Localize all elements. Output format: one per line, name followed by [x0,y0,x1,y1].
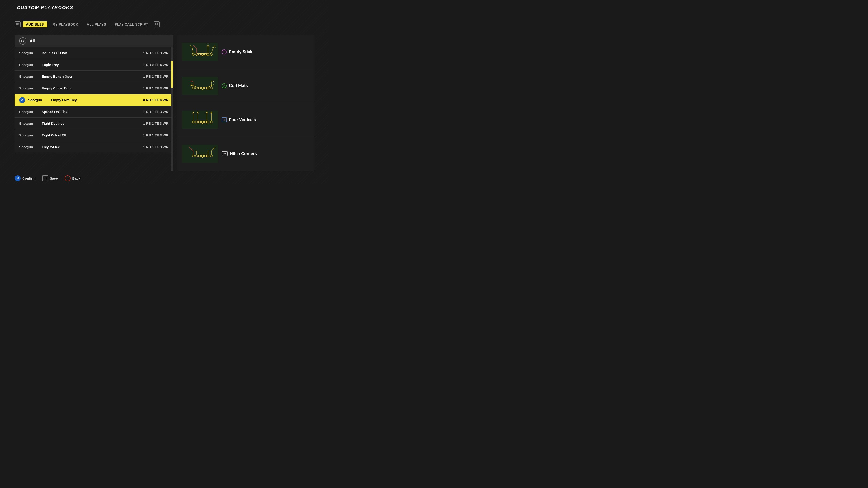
diagram-visual-four-verticals [182,111,218,129]
table-row-selected[interactable]: Shotgun Empty Flex Trey 0 RB 1 TE 4 WR [15,94,173,106]
table-row[interactable]: Shotgun Trey Y-Flex 1 RB 1 TE 3 WR [15,141,173,153]
list-header: L2 All [15,35,173,47]
diagram-card-four-verticals[interactable]: □ Four Verticals [178,103,314,137]
formation-label: Shotgun [19,110,42,113]
table-row[interactable]: Shotgun Tight Offset TE 1 RB 1 TE 3 WR [15,129,173,141]
formation-label: Shotgun [28,98,51,102]
play-config-label: 1 RB 0 TE 4 WR [143,63,168,67]
nav-left-icon: U1 [15,22,21,27]
x-button-icon: ✕ [15,175,21,181]
formation-label: Shotgun [19,145,42,149]
table-row[interactable]: Shotgun Tight Doubles 1 RB 1 TE 3 WR [15,118,173,129]
diagram-label-group: △ Curl Flats [222,84,248,88]
scrollbar-thumb [171,61,173,88]
play-config-label: 1 RB 1 TE 3 WR [143,133,168,137]
formation-label: Shotgun [19,86,42,90]
svg-rect-0 [182,43,218,61]
main-content: L2 All Shotgun Doubles HB Wk 1 RB 1 TE 3… [15,35,314,171]
x-icon [19,97,25,103]
formation-label: Shotgun [19,63,42,67]
play-name-label: Empty Flex Trey [51,98,143,102]
table-row[interactable]: Shotgun Empty Chips Tight 1 RB 1 TE 3 WR [15,83,173,94]
diagram-label-group: R1 Hitch Corners [222,151,257,156]
svg-rect-27 [182,111,218,129]
table-row[interactable]: Shotgun Doubles HB Wk 1 RB 1 TE 3 WR [15,47,173,59]
play-name-label: Spread Dbl Flex [42,110,143,113]
scrollbar[interactable] [171,47,173,171]
table-row[interactable]: Shotgun Eagle Trey 1 RB 0 TE 4 WR [15,59,173,71]
diagram-visual-empty-stick [182,43,218,61]
formation-label: Shotgun [19,122,42,125]
page-title: CUSTOM PLAYBOOKS [17,5,73,10]
table-row[interactable]: Shotgun Empty Bunch Open 1 RB 1 TE 3 WR [15,71,173,83]
play-name-label: Empty Bunch Open [42,74,143,78]
diagram-play-name: Four Verticals [229,118,256,122]
svg-point-8 [202,55,203,56]
svg-rect-40 [182,144,218,163]
svg-point-48 [202,157,203,158]
footer: ✕ Confirm ☰ Save ○ Back [15,175,80,181]
diagram-label-group: ○ Empty Stick [222,50,252,55]
play-name-label: Doubles HB Wk [42,51,143,55]
play-config-label: 1 RB 1 TE 3 WR [143,74,168,78]
confirm-action[interactable]: ✕ Confirm [15,175,35,181]
save-label: Save [50,176,58,180]
play-config-label: 1 RB 1 TE 3 WR [143,145,168,149]
svg-point-22 [202,89,203,90]
formation-label: Shotgun [19,74,42,78]
header-label: All [30,39,35,43]
confirm-label: Confirm [22,176,35,180]
play-list: Shotgun Doubles HB Wk 1 RB 1 TE 3 WR Sho… [15,47,173,171]
square-button-icon: □ [222,117,227,122]
svg-rect-14 [182,77,218,95]
circle-button-icon: ○ [65,175,70,181]
save-icon: ☰ [42,175,48,181]
play-config-label: 1 RB 1 TE 3 WR [143,122,168,125]
circle-button-icon: ○ [222,50,227,55]
play-name-label: Tight Offset TE [42,133,143,137]
diagram-play-name: Curl Flats [229,84,248,88]
svg-point-35 [202,123,203,124]
diagram-label-group: □ Four Verticals [222,117,256,122]
tab-my-playbook[interactable]: MY PLAYBOOK [50,22,82,27]
tab-all-plays[interactable]: ALL PLAYS [84,22,109,27]
nav-right-icon: R1 [154,22,160,27]
back-label: Back [72,176,81,180]
back-action[interactable]: ○ Back [65,175,81,181]
diagram-play-name: Hitch Corners [230,151,257,156]
diagram-card-hitch-corners[interactable]: R1 Hitch Corners [178,137,314,171]
diagram-visual-hitch-corners [182,144,218,163]
play-name-label: Trey Y-Flex [42,145,143,149]
play-config-label: 1 RB 1 TE 3 WR [143,51,168,55]
diagram-play-name: Empty Stick [229,50,252,54]
tab-play-call-script[interactable]: PLAY CALL SCRIPT [112,22,151,27]
nav-tabs: U1 AUDIBLES MY PLAYBOOK ALL PLAYS PLAY C… [15,22,160,27]
diagram-card-curl-flats[interactable]: △ Curl Flats [178,69,314,103]
diagram-visual-curl-flats [182,77,218,95]
play-name-label: Empty Chips Tight [42,86,143,90]
table-row[interactable]: Shotgun Spread Dbl Flex 1 RB 1 TE 3 WR [15,106,173,118]
play-list-panel: L2 All Shotgun Doubles HB Wk 1 RB 1 TE 3… [15,35,173,171]
play-config-label: 1 RB 1 TE 3 WR [143,86,168,90]
diagram-card-empty-stick[interactable]: ○ Empty Stick [178,35,314,69]
play-diagrams-panel: ○ Empty Stick [178,35,314,171]
triangle-button-icon: △ [222,84,227,88]
header-icon: L2 [19,37,26,44]
play-name-label: Eagle Trey [42,63,143,67]
save-action[interactable]: ☰ Save [42,175,58,181]
play-config-label: 1 RB 1 TE 3 WR [143,110,168,113]
formation-label: Shotgun [19,51,42,55]
formation-label: Shotgun [19,133,42,137]
play-config-label: 0 RB 1 TE 4 WR [143,98,168,102]
play-name-label: Tight Doubles [42,122,143,125]
r1-button-icon: R1 [222,151,228,156]
tab-audibles[interactable]: AUDIBLES [23,22,47,27]
